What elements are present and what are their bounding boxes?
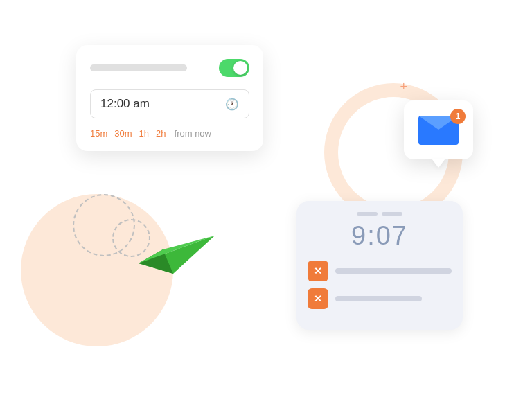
quick-time-30m[interactable]: 30m bbox=[114, 128, 132, 139]
time-value: 12:00 am bbox=[100, 97, 150, 111]
plus-icon: + bbox=[400, 80, 407, 94]
phone-top-dot-2 bbox=[382, 212, 402, 216]
toggle-switch[interactable] bbox=[219, 59, 249, 77]
phone-item-icon-1: ✕ bbox=[308, 261, 328, 281]
from-now-label: from now bbox=[175, 128, 211, 139]
toggle-label-placeholder bbox=[90, 64, 187, 71]
phone-item-icon-2: ✕ bbox=[308, 288, 328, 309]
phone-item-bar-1 bbox=[335, 268, 452, 274]
phone-time-display: 9:07 bbox=[308, 221, 452, 251]
time-picker-card: 12:00 am 🕐 15m 30m 1h 2h from now bbox=[76, 45, 263, 151]
phone-top-dot-1 bbox=[357, 212, 378, 216]
phone-item-2: ✕ bbox=[308, 288, 452, 309]
envelope-wrapper: 1 bbox=[418, 116, 459, 145]
quick-times: 15m 30m 1h 2h from now bbox=[90, 128, 249, 139]
quick-time-15m[interactable]: 15m bbox=[90, 128, 107, 139]
quick-time-1h[interactable]: 1h bbox=[139, 128, 149, 139]
phone-top-bar bbox=[308, 212, 452, 216]
phone-item-1: ✕ bbox=[308, 261, 452, 281]
phone-mockup: 9:07 ✕ ✕ bbox=[296, 201, 463, 330]
phone-item-bar-2 bbox=[335, 296, 422, 301]
time-input-row[interactable]: 12:00 am 🕐 bbox=[90, 89, 249, 118]
notification-badge: 1 bbox=[450, 109, 466, 124]
email-card: 1 bbox=[404, 100, 473, 159]
paper-plane bbox=[132, 215, 222, 280]
quick-time-2h[interactable]: 2h bbox=[156, 128, 166, 139]
clock-icon: 🕐 bbox=[225, 98, 239, 111]
toggle-row bbox=[90, 59, 249, 77]
svg-marker-0 bbox=[139, 236, 215, 274]
